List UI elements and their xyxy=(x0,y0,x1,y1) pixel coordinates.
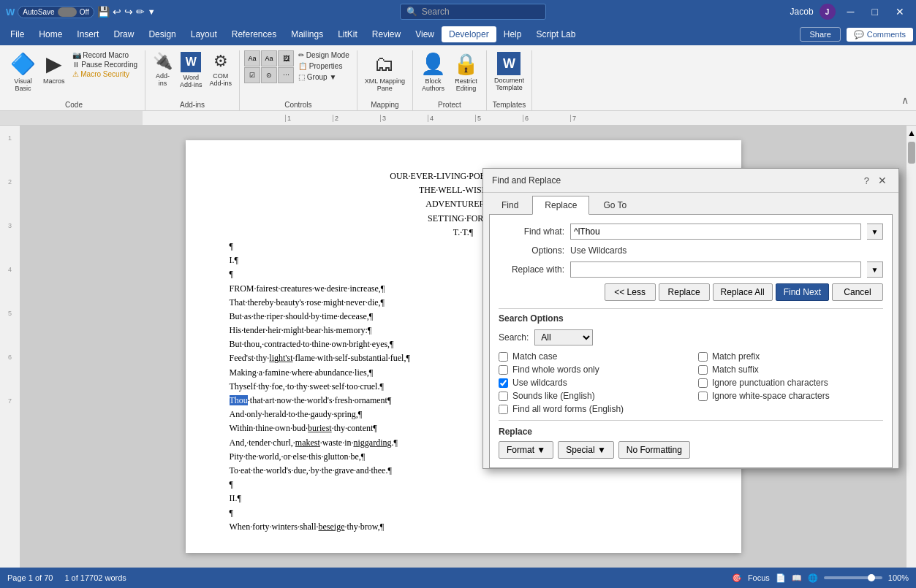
record-macro-button[interactable]: 📷 Record Macro xyxy=(69,50,141,60)
xml-mapping-button[interactable]: 🗂 XML MappingPane xyxy=(362,50,408,93)
view-mode-read[interactable]: 📖 xyxy=(792,573,802,583)
cancel-button[interactable]: Cancel xyxy=(832,283,883,301)
page-num-3: 3 xyxy=(8,222,12,229)
find-whole-words-row: Find whole words only xyxy=(499,364,684,375)
tab-find[interactable]: Find xyxy=(489,196,531,214)
doc-line-23: ¶ xyxy=(230,478,697,492)
title-bar-search[interactable]: 🔍 Search xyxy=(400,4,546,20)
ignore-whitespace-checkbox[interactable] xyxy=(698,392,708,401)
menu-view[interactable]: View xyxy=(408,26,442,42)
pen-icon[interactable]: ✏ xyxy=(136,6,145,18)
view-mode-web[interactable]: 🌐 xyxy=(808,573,818,583)
match-suffix-checkbox[interactable] xyxy=(698,365,708,375)
word-addins-button[interactable]: W WordAdd-ins xyxy=(177,50,205,90)
scroll-up-button[interactable]: ▲ xyxy=(906,126,916,140)
tab-replace[interactable]: Replace xyxy=(532,196,589,215)
properties-button[interactable]: 📋 Properties xyxy=(295,61,352,71)
cancel-label: Cancel xyxy=(844,287,871,297)
ctrl-check[interactable]: ☑ xyxy=(244,67,260,83)
ruler-mark-7: 7 xyxy=(570,115,618,122)
close-button[interactable]: ✕ xyxy=(890,6,910,18)
ctrl-aa2[interactable]: Aa xyxy=(261,50,277,66)
visual-basic-button[interactable]: 🔷 VisualBasic xyxy=(7,50,39,93)
menu-draw[interactable]: Draw xyxy=(106,26,141,42)
minimize-button[interactable]: ─ xyxy=(841,6,860,18)
menu-review[interactable]: Review xyxy=(365,26,408,42)
replace-all-button[interactable]: Replace All xyxy=(713,283,773,301)
autosave-label: AutoSave xyxy=(23,8,54,16)
dialog-close-button[interactable]: ✕ xyxy=(875,173,890,188)
addins-icon: 🔌 xyxy=(153,52,173,71)
ignore-punctuation-checkbox[interactable] xyxy=(698,378,708,388)
comments-button[interactable]: 💬 Comments xyxy=(847,28,913,42)
no-formatting-button[interactable]: No Formatting xyxy=(618,441,690,459)
ruler-mark-6: 6 xyxy=(523,115,570,122)
use-wildcards-checkbox[interactable] xyxy=(499,378,508,388)
less-button[interactable]: << Less xyxy=(605,283,656,301)
group-button[interactable]: ⬚ Group ▼ xyxy=(295,72,352,82)
scrollbar-thumb[interactable] xyxy=(908,142,915,164)
restore-button[interactable]: □ xyxy=(866,6,884,18)
ribbon-group-addins: 🔌 Add-ins W WordAdd-ins ⚙ COMAdd-ins Add… xyxy=(145,50,240,110)
zoom-slider[interactable] xyxy=(824,576,882,579)
tab-goto[interactable]: Go To xyxy=(591,196,639,214)
menu-developer[interactable]: Developer xyxy=(442,26,496,42)
menu-references[interactable]: References xyxy=(224,26,284,42)
save-icon[interactable]: 💾 xyxy=(97,6,110,18)
menu-home[interactable]: Home xyxy=(31,26,69,42)
find-whole-words-checkbox[interactable] xyxy=(499,365,508,375)
replace-button[interactable]: Replace xyxy=(659,283,710,301)
design-mode-button[interactable]: ✏ Design Mode xyxy=(295,50,352,60)
replace-with-input[interactable] xyxy=(570,261,861,278)
find-next-button[interactable]: Find Next xyxy=(776,283,829,301)
menu-help[interactable]: Help xyxy=(496,26,529,42)
find-what-input[interactable] xyxy=(570,224,861,240)
undo-icon[interactable]: ↩ xyxy=(113,6,121,18)
ctrl-radio[interactable]: ⊙ xyxy=(261,67,277,83)
find-all-word-forms-checkbox[interactable] xyxy=(499,405,508,414)
find-what-dropdown[interactable]: ▼ xyxy=(867,224,883,240)
ctrl-aa1[interactable]: Aa xyxy=(244,50,260,66)
ctrl-more[interactable]: ⋯ xyxy=(278,67,294,83)
action-buttons: << Less Replace Replace All Find Next Ca… xyxy=(499,283,883,304)
menu-file[interactable]: File xyxy=(3,26,31,42)
ctrl-img1[interactable]: 🖼 xyxy=(278,50,294,66)
com-addins-button[interactable]: ⚙ COMAdd-ins xyxy=(207,50,235,88)
menu-layout[interactable]: Layout xyxy=(183,26,224,42)
ruler: 1 2 3 4 5 6 7 xyxy=(0,111,916,126)
view-mode-print[interactable]: 📄 xyxy=(776,573,786,583)
add-ins-button[interactable]: 🔌 Add-ins xyxy=(150,50,175,88)
autosave-toggle[interactable] xyxy=(58,7,77,17)
menu-insert[interactable]: Insert xyxy=(69,26,106,42)
document-template-button[interactable]: W DocumentTemplate xyxy=(491,50,527,93)
block-authors-button[interactable]: 👤 BlockAuthors xyxy=(417,50,449,93)
menu-scriptlab[interactable]: Script Lab xyxy=(529,26,583,42)
menu-mailings[interactable]: Mailings xyxy=(284,26,330,42)
restrict-editing-button[interactable]: 🔒 RestrictEditing xyxy=(450,50,482,93)
more-commands[interactable]: ▼ xyxy=(148,7,156,16)
sounds-like-label: Sounds like (English) xyxy=(512,391,595,401)
title-bar-center: 🔍 Search xyxy=(156,4,790,20)
scrollbar-right[interactable]: ▲ xyxy=(906,126,916,568)
autosave-badge[interactable]: AutoSave Off xyxy=(18,6,94,18)
ribbon-collapse-button[interactable]: ∧ xyxy=(897,93,913,107)
user-avatar[interactable]: J xyxy=(820,4,836,20)
replace-with-dropdown[interactable]: ▼ xyxy=(867,261,883,278)
match-prefix-checkbox[interactable] xyxy=(698,352,708,362)
macro-security-button[interactable]: ⚠ Macro Security xyxy=(69,69,141,79)
menu-design[interactable]: Design xyxy=(141,26,183,42)
controls-group-label: Controls xyxy=(244,99,352,110)
page-info: Page 1 of 70 xyxy=(7,573,53,582)
sounds-like-checkbox[interactable] xyxy=(499,392,508,401)
share-button[interactable]: Share xyxy=(800,27,840,42)
special-button[interactable]: Special ▼ xyxy=(558,441,614,459)
macros-button[interactable]: ▶ Macros xyxy=(40,50,68,86)
match-case-checkbox[interactable] xyxy=(499,352,508,362)
format-button[interactable]: Format ▼ xyxy=(499,441,553,459)
dialog-help-button[interactable]: ? xyxy=(864,175,869,186)
search-select[interactable]: All Up Down xyxy=(534,329,593,345)
focus-icon[interactable]: 🎯 xyxy=(732,573,742,583)
menu-litkit[interactable]: LitKit xyxy=(330,26,365,42)
pause-recording-button[interactable]: ⏸ Pause Recording xyxy=(69,60,141,69)
redo-icon[interactable]: ↪ xyxy=(124,6,133,18)
